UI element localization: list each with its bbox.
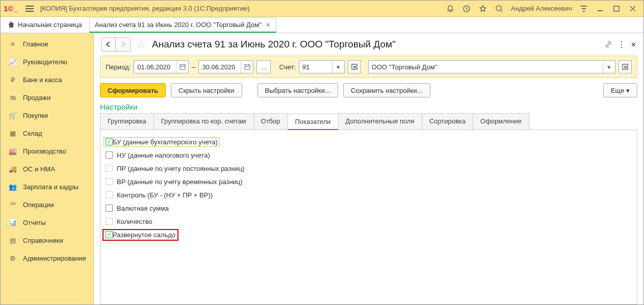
- tab-close-icon[interactable]: ✕: [266, 21, 271, 29]
- dropdown-icon[interactable]: ▾: [603, 61, 615, 73]
- svg-rect-3: [180, 65, 185, 69]
- sidebar-item[interactable]: ⚙Администрирование: [1, 249, 93, 267]
- sidebar-item[interactable]: ≡Главное: [1, 35, 93, 53]
- indicators-panel: ✓БУ (данные бухгалтерского учета)НУ (дан…: [100, 130, 637, 304]
- search-icon[interactable]: [493, 3, 505, 15]
- sidebar-label: Главное: [23, 40, 48, 48]
- content: ☆ Анализ счета 91 за Июнь 2020 г. ООО "Т…: [94, 33, 643, 304]
- settings-tab[interactable]: Оформление: [473, 113, 529, 130]
- hide-settings-button[interactable]: Скрыть настройки: [171, 83, 242, 97]
- nav-forward-button[interactable]: [116, 38, 130, 51]
- sidebar-item[interactable]: 🛒Покупки: [1, 107, 93, 124]
- date-to-input[interactable]: [199, 61, 241, 73]
- link-icon[interactable]: [604, 40, 612, 48]
- save-settings-button[interactable]: Сохранить настройки...: [343, 83, 430, 97]
- filter-icon[interactable]: [578, 3, 590, 15]
- checkbox-icon: [106, 191, 113, 198]
- tab-document[interactable]: Анализ счета 91 за Июнь 2020 г. ООО "Тор…: [89, 17, 276, 33]
- checkbox-icon: [106, 178, 113, 185]
- sidebar-label: Отчеты: [23, 219, 46, 226]
- date-to-field[interactable]: [198, 60, 253, 73]
- indicator-checkbox-row[interactable]: Валютная сумма: [106, 201, 632, 215]
- form-button[interactable]: Сформировать: [100, 83, 166, 97]
- page-title: Анализ счета 91 за Июнь 2020 г. ООО "Тор…: [152, 39, 396, 50]
- svg-rect-4: [245, 65, 250, 69]
- org-open-button[interactable]: [619, 60, 632, 73]
- menu-icon[interactable]: [23, 3, 36, 15]
- bell-icon[interactable]: [444, 3, 456, 15]
- checkbox-label: БУ (данные бухгалтерского учета): [113, 138, 218, 146]
- window-title: [КОПИЯ] Бухгалтерия предприятия, редакци…: [40, 5, 443, 12]
- checkbox-icon: [106, 151, 113, 159]
- org-field[interactable]: ▾: [368, 60, 615, 73]
- checkbox-icon: [106, 165, 113, 172]
- sidebar-label: Банк и касса: [23, 76, 62, 84]
- sidebar-icon: 📈: [8, 57, 18, 67]
- checkbox-label: ВР (данные по учету временных разниц): [117, 178, 243, 186]
- sidebar-item[interactable]: 📈Руководителю: [1, 53, 93, 71]
- star-icon[interactable]: [477, 3, 489, 15]
- sidebar-item[interactable]: ▦Склад: [1, 124, 93, 142]
- settings-tab[interactable]: Показатели: [288, 114, 339, 130]
- settings-tab[interactable]: Отбор: [253, 113, 288, 130]
- settings-tabs: ГруппировкаГруппировка по кор. счетамОтб…: [100, 113, 637, 130]
- checkbox-label: Развернутое сальдо: [113, 231, 175, 239]
- sidebar-item[interactable]: 👥Зарплата и кадры: [1, 178, 93, 196]
- org-input[interactable]: [369, 61, 603, 73]
- account-open-button[interactable]: [348, 60, 361, 73]
- choose-settings-button[interactable]: Выбрать настройки...: [257, 83, 338, 97]
- tab-document-label: Анализ счета 91 за Июнь 2020 г. ООО "Тор…: [95, 21, 262, 29]
- sidebar-item[interactable]: 🏭Производство: [1, 142, 93, 160]
- settings-tab[interactable]: Группировка по кор. счетам: [153, 113, 254, 130]
- indicator-checkbox-row: Количество: [106, 215, 632, 228]
- sidebar-item[interactable]: 📊Отчеты: [1, 214, 93, 232]
- indicator-checkbox-row[interactable]: ✓Развернутое сальдо: [106, 228, 632, 241]
- minimize-icon[interactable]: [594, 3, 606, 15]
- checkbox-icon: ✓: [106, 138, 113, 145]
- settings-tab[interactable]: Группировка: [100, 113, 154, 130]
- sidebar-item[interactable]: ᴰᴷОперации: [1, 196, 93, 214]
- checkbox-label: Количество: [117, 218, 152, 225]
- indicator-checkbox-row[interactable]: ✓БУ (данные бухгалтерского учета): [106, 135, 632, 148]
- dash: –: [192, 63, 195, 71]
- calendar-icon[interactable]: [241, 61, 253, 73]
- account-field[interactable]: ▾: [299, 60, 345, 73]
- user-name[interactable]: Андрей Алексеевич: [511, 5, 572, 12]
- sidebar-icon: ▦: [8, 129, 18, 139]
- sidebar-icon: ₽: [8, 75, 18, 85]
- sidebar-item[interactable]: 🚚ОС и НМА: [1, 160, 93, 178]
- period-label: Период:: [106, 63, 131, 71]
- indicator-checkbox-row: ПР (данные по учету постоянных разниц): [106, 162, 632, 175]
- sidebar-label: ОС и НМА: [23, 165, 55, 173]
- indicator-checkbox-row[interactable]: НУ (данные налогового учета): [106, 148, 632, 162]
- tab-home[interactable]: Начальная страница: [1, 16, 90, 33]
- settings-title: Настройки: [94, 103, 643, 113]
- nav-back-button[interactable]: [101, 38, 116, 51]
- history-icon[interactable]: [460, 3, 473, 15]
- date-from-field[interactable]: [134, 60, 189, 73]
- sidebar-icon: 🛒: [8, 111, 18, 121]
- settings-tab[interactable]: Сортировка: [422, 113, 473, 130]
- settings-tab[interactable]: Дополнительные поля: [338, 113, 422, 130]
- date-from-input[interactable]: [134, 61, 176, 73]
- maximize-icon[interactable]: [610, 3, 623, 15]
- calendar-icon[interactable]: [176, 61, 188, 73]
- sidebar-item[interactable]: 🛍Продажи: [1, 89, 93, 107]
- period-picker-button[interactable]: ...: [256, 60, 271, 73]
- dropdown-icon[interactable]: ▾: [332, 61, 344, 73]
- sidebar: ≡Главное📈Руководителю₽Банк и касса🛍Прода…: [1, 33, 94, 304]
- sidebar-icon: 📊: [8, 218, 18, 228]
- checkbox-label: НУ (данные налогового учета): [117, 151, 210, 159]
- more-button[interactable]: Еще ▾: [603, 83, 637, 97]
- sidebar-label: Производство: [23, 147, 66, 155]
- favorite-star-icon[interactable]: ☆: [137, 38, 146, 50]
- app-logo: 1©_: [4, 4, 18, 13]
- account-input[interactable]: [299, 61, 332, 73]
- sidebar-item[interactable]: ▤Справочники: [1, 232, 93, 249]
- sidebar-icon: ≡: [8, 39, 18, 49]
- content-close-icon[interactable]: ✕: [631, 41, 636, 48]
- close-icon[interactable]: [627, 3, 639, 15]
- kebab-icon[interactable]: ⋮: [617, 40, 626, 49]
- sidebar-item[interactable]: ₽Банк и касса: [1, 71, 93, 89]
- checkbox-icon: ✓: [106, 231, 113, 238]
